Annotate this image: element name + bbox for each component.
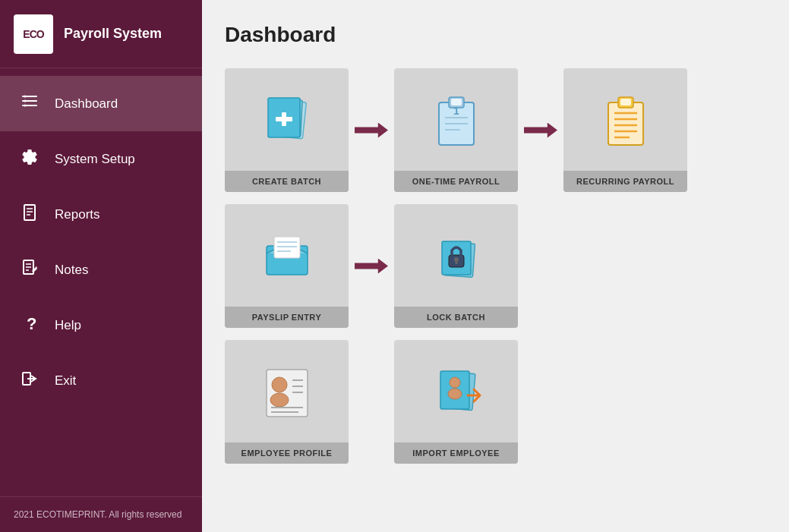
report-icon [18, 203, 41, 225]
sidebar-item-dashboard-label: Dashboard [55, 96, 118, 112]
recurring-payroll-card[interactable]: RECURRING PAYROLL [563, 68, 687, 192]
sidebar-title: Payroll System [64, 26, 162, 42]
sidebar-item-exit[interactable]: Exit [0, 353, 202, 408]
svg-rect-38 [274, 237, 300, 258]
svg-point-4 [24, 100, 27, 102]
employee-profile-card[interactable]: EMPLOYEE PROFILE [225, 340, 349, 464]
exit-icon [18, 370, 41, 392]
sidebar-item-help[interactable]: ? Help [0, 297, 202, 353]
lock-batch-card[interactable]: LOCK BATCH [394, 204, 518, 328]
import-employee-icon-area [394, 340, 518, 442]
employee-profile-label: EMPLOYEE PROFILE [225, 442, 349, 464]
sidebar-item-reports-label: Reports [55, 207, 100, 222]
import-employee-card[interactable]: IMPORT EMPLOYEE [394, 340, 518, 464]
sidebar-item-system-setup[interactable]: System Setup [0, 131, 202, 187]
main-content: Dashboard CREA [202, 0, 789, 532]
svg-point-49 [270, 393, 289, 407]
sidebar-footer: 2021 ECOTIMEPRINT. All rights reserved [0, 496, 202, 532]
import-employee-label: IMPORT EMPLOYEE [394, 442, 518, 464]
payslip-entry-card[interactable]: PAYSLIP ENTRY [225, 204, 349, 328]
notes-icon [18, 259, 41, 281]
logo-box: ECO [14, 14, 53, 54]
recurring-payroll-icon-area [563, 68, 687, 171]
svg-point-3 [24, 96, 27, 98]
sidebar-header: ECO Payroll System [0, 0, 202, 68]
arrow-shape-1 [355, 123, 388, 138]
sidebar-item-system-setup-label: System Setup [55, 152, 135, 167]
arrow-1 [349, 123, 394, 138]
sidebar-item-reports[interactable]: Reports [0, 187, 202, 242]
payslip-entry-label: PAYSLIP ENTRY [225, 307, 349, 328]
recurring-payroll-label: RECURRING PAYROLL [563, 171, 687, 192]
sidebar: ECO Payroll System Dashboard [0, 0, 202, 532]
employee-profile-icon [253, 357, 321, 426]
create-batch-card[interactable]: CREATE BATCH [225, 68, 349, 192]
gear-icon [18, 148, 41, 170]
svg-rect-29 [608, 102, 643, 145]
dashboard-grid: CREATE BATCH [225, 68, 766, 464]
lock-batch-icon-area [394, 204, 518, 307]
payslip-entry-icon [253, 222, 321, 290]
import-employee-icon [422, 357, 491, 426]
svg-rect-6 [24, 205, 35, 220]
svg-text:?: ? [27, 314, 36, 332]
help-icon: ? [18, 314, 41, 336]
sidebar-item-notes[interactable]: Notes [0, 242, 202, 297]
dashboard-icon [18, 93, 41, 115]
svg-text:1: 1 [453, 105, 459, 117]
one-time-payroll-icon-area: 1 [394, 68, 518, 171]
sidebar-nav: Dashboard System Setup Rep [0, 68, 202, 496]
svg-point-58 [448, 389, 462, 399]
arrow-shape-2 [524, 123, 557, 138]
sidebar-item-dashboard[interactable]: Dashboard [0, 76, 202, 131]
sidebar-item-exit-label: Exit [55, 373, 76, 389]
logo-text: ECO [23, 28, 43, 40]
sidebar-item-notes-label: Notes [55, 263, 88, 278]
employee-profile-icon-area [225, 340, 349, 442]
arrow-shape-3 [355, 259, 388, 274]
lock-batch-icon [422, 222, 491, 290]
one-time-payroll-icon: 1 [422, 86, 491, 154]
svg-rect-21 [276, 117, 292, 121]
svg-point-5 [24, 105, 27, 107]
svg-rect-46 [455, 260, 457, 264]
create-batch-icon [253, 86, 321, 154]
create-batch-icon-area [225, 68, 349, 171]
lock-batch-label: LOCK BATCH [394, 307, 518, 328]
arrow-3 [349, 259, 394, 274]
payslip-entry-icon-area [225, 204, 349, 307]
svg-rect-31 [620, 99, 631, 105]
dashboard-row-3: EMPLOYEE PROFILE [225, 340, 766, 464]
recurring-payroll-icon [592, 86, 660, 154]
dashboard-row-1: CREATE BATCH [225, 68, 766, 192]
dashboard-row-2: PAYSLIP ENTRY [225, 204, 766, 328]
svg-point-57 [450, 377, 460, 388]
sidebar-item-help-label: Help [55, 318, 81, 333]
one-time-payroll-label: ONE-TIME PAYROLL [394, 171, 518, 192]
one-time-payroll-card[interactable]: 1 ONE-TIME PAYROLL [394, 68, 518, 192]
create-batch-label: CREATE BATCH [225, 171, 349, 192]
svg-point-48 [272, 377, 287, 392]
arrow-2 [518, 123, 563, 138]
page-title: Dashboard [225, 23, 766, 47]
